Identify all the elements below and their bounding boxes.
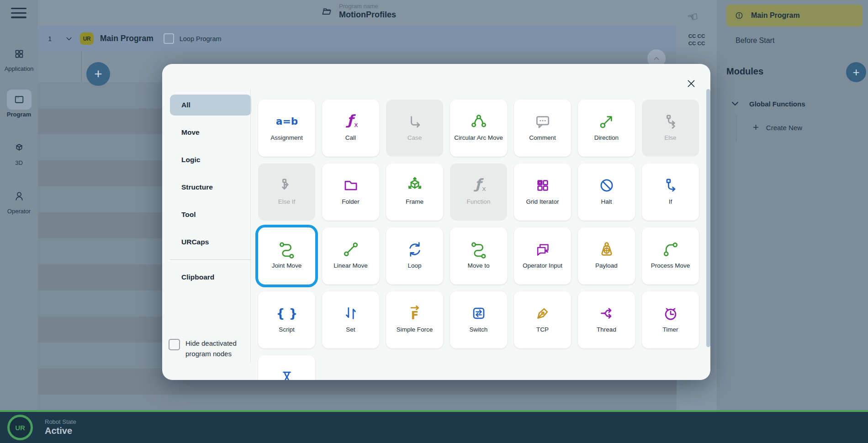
timer-icon — [660, 301, 681, 325]
global-functions-group[interactable]: Global Functions — [728, 97, 805, 111]
node-tile-call[interactable]: ƒxCall — [322, 100, 379, 157]
node-label: Timer — [645, 326, 696, 334]
node-grid: a=bAssignmentƒxCallCaseCircular Arc Move… — [258, 100, 699, 380]
node-tile-circular-arc[interactable]: Circular Arc Move — [450, 100, 507, 157]
comment-icon — [532, 110, 553, 133]
linear-move-icon — [340, 237, 361, 261]
node-tile-frame[interactable]: Frame — [386, 163, 443, 221]
node-label: Switch — [453, 326, 504, 334]
node-tile-joint-move[interactable]: Joint Move — [258, 227, 315, 285]
category-clipboard[interactable]: Clipboard — [170, 264, 251, 291]
node-tile-simple-force[interactable]: FSimple Force — [386, 291, 443, 348]
close-icon[interactable] — [686, 78, 697, 89]
process-move-icon — [660, 237, 681, 261]
node-tile-payload[interactable]: Payload — [578, 227, 635, 285]
set-icon — [340, 301, 361, 325]
node-label: TCP — [517, 326, 568, 334]
node-label: Comment — [517, 134, 568, 142]
sidebar-item-3d[interactable]: 3D — [0, 138, 38, 166]
cube-3d-icon — [7, 138, 32, 158]
add-module-button[interactable]: + — [846, 62, 866, 82]
sidebar-item-application[interactable]: Application — [0, 44, 38, 72]
loop-icon — [404, 237, 425, 261]
cc-status-text: CC CCCC CC — [677, 33, 717, 47]
category-move[interactable]: Move — [170, 119, 251, 146]
node-tile-else-if: Else If — [258, 163, 315, 221]
svg-text:F: F — [411, 309, 418, 322]
node-label: Case — [389, 134, 440, 142]
node-label: Linear Move — [325, 262, 376, 270]
move-to-icon — [468, 237, 489, 261]
node-label: Direction — [581, 134, 632, 142]
node-label: If — [645, 198, 696, 206]
node-label: Circular Arc Move — [453, 134, 504, 142]
chevron-down-icon — [728, 97, 742, 111]
category-logic[interactable]: Logic — [170, 146, 251, 174]
create-new-label: Create New — [766, 124, 802, 132]
node-category-list: AllMoveLogicStructureToolURCapsClipboard — [170, 91, 251, 291]
node-label: Process Move — [645, 262, 696, 270]
halt-icon — [596, 174, 617, 197]
node-label: Set — [325, 326, 376, 334]
create-new-function-button[interactable]: + Create New — [753, 122, 802, 132]
node-label: Loop — [389, 262, 440, 270]
frame-icon — [404, 174, 425, 197]
program-window-icon — [7, 90, 32, 110]
node-tile-grid-iterator[interactable]: Grid Iterator — [514, 163, 571, 221]
node-tile-halt[interactable]: Halt — [578, 163, 635, 221]
before-start-item[interactable]: Before Start — [736, 37, 774, 45]
node-tile-switch[interactable]: Switch — [450, 291, 507, 348]
node-tile-assignment[interactable]: a=bAssignment — [258, 100, 315, 157]
loop-program-checkbox[interactable] — [164, 33, 174, 44]
node-tile-loop[interactable]: Loop — [386, 227, 443, 285]
exclamation-circle-icon — [734, 10, 745, 21]
joint-move-icon — [276, 237, 297, 261]
category-all[interactable]: All — [170, 95, 251, 116]
ur-robot-logo: UR — [7, 415, 33, 440]
hide-deactivated-row: Hide deactivated program nodes — [169, 338, 246, 359]
node-tile-timer[interactable]: Timer — [642, 291, 699, 348]
program-name-block[interactable]: Program name MotionProfiles — [320, 3, 396, 20]
add-program-node-dialog: AllMoveLogicStructureToolURCapsClipboard… — [162, 64, 710, 380]
node-tile-folder[interactable]: Folder — [322, 163, 379, 221]
call-icon: ƒx — [340, 110, 361, 133]
node-tile-tcp[interactable]: TCP — [514, 291, 571, 348]
node-tile-set[interactable]: Set — [322, 291, 379, 348]
hamburger-menu-button[interactable] — [11, 8, 26, 19]
hide-deactivated-checkbox[interactable] — [169, 339, 180, 350]
node-tile-comment[interactable]: Comment — [514, 100, 571, 157]
case-icon — [404, 110, 425, 133]
sidebar-item-label: Operator — [0, 208, 38, 215]
node-tile-thread[interactable]: Thread — [578, 291, 635, 348]
node-tile-linear-move[interactable]: Linear Move — [322, 227, 379, 285]
category-divider — [170, 259, 251, 260]
main-program-warning-item[interactable]: Main Program — [726, 5, 863, 26]
hide-deactivated-label: Hide deactivated program nodes — [185, 338, 245, 359]
node-label: Grid Iterator — [517, 198, 568, 206]
node-tile-direction[interactable]: Direction — [578, 100, 635, 157]
application-grid-icon — [7, 44, 32, 64]
sidebar-item-program[interactable]: Program — [0, 90, 38, 118]
bottom-bar: UR Robot State Active — [0, 412, 868, 443]
node-tile-process-move[interactable]: Process Move — [642, 227, 699, 285]
program-name-label: Program name — [339, 3, 396, 10]
node-tile-move-to[interactable]: Move to — [450, 227, 507, 285]
node-tile-if[interactable]: If — [642, 163, 699, 221]
chevron-down-icon[interactable] — [64, 33, 74, 44]
modal-scrollbar[interactable] — [706, 89, 710, 347]
category-structure[interactable]: Structure — [170, 174, 251, 201]
node-tile-script[interactable]: { }Script — [258, 291, 315, 348]
node-tile-wait[interactable] — [258, 355, 315, 380]
category-tool[interactable]: Tool — [170, 201, 251, 228]
wait-icon — [276, 365, 297, 380]
category-urcaps[interactable]: URCaps — [170, 228, 251, 256]
svg-text:{ }: { } — [276, 306, 297, 320]
node-label: Else If — [261, 198, 312, 206]
sidebar-item-operator[interactable]: Operator — [0, 186, 38, 215]
node-tile-operator-input[interactable]: Operator Input — [514, 227, 571, 285]
main-program-row[interactable]: 1 UR Main Program Loop Program — [38, 26, 677, 51]
add-node-button[interactable]: + — [86, 62, 110, 86]
node-label: Halt — [581, 198, 632, 206]
node-label: Else — [645, 134, 696, 142]
node-label: Assignment — [261, 134, 312, 142]
